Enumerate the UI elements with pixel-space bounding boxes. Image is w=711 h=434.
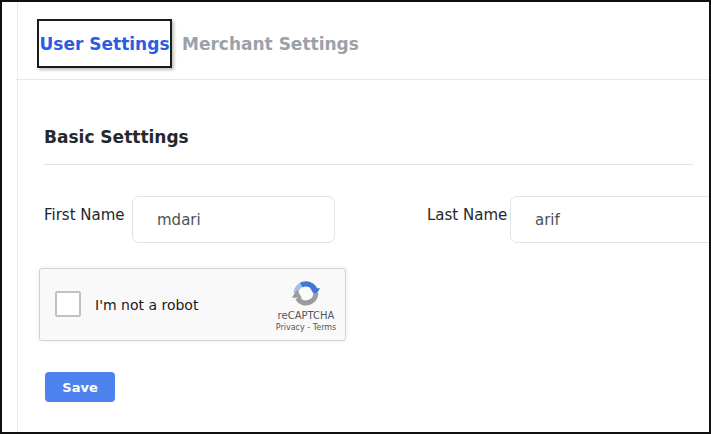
recaptcha-privacy-link[interactable]: Privacy [276, 323, 305, 332]
recaptcha-checkbox-label: I'm not a robot [95, 297, 198, 313]
tab-user-settings-label: User Settings [40, 34, 170, 54]
recaptcha-logo-icon [274, 278, 338, 308]
recaptcha-widget: I'm not a robot reCAPTCHA Privacy - Term… [39, 268, 346, 341]
recaptcha-checkbox[interactable] [55, 291, 81, 317]
window: User Settings Merchant Settings Basic Se… [0, 0, 711, 434]
section-divider [44, 164, 693, 165]
section-title: Basic Setttings [44, 127, 189, 147]
recaptcha-terms-link[interactable]: Terms [313, 323, 337, 332]
recaptcha-brand-text: reCAPTCHA [274, 310, 338, 321]
tab-user-settings[interactable]: User Settings [37, 19, 172, 68]
save-button[interactable]: Save [45, 372, 115, 402]
first-name-input[interactable] [132, 196, 335, 243]
tab-merchant-settings-label: Merchant Settings [182, 34, 359, 54]
last-name-input[interactable] [510, 196, 711, 243]
tab-merchant-settings[interactable]: Merchant Settings [182, 19, 359, 68]
first-name-label: First Name [44, 206, 125, 224]
recaptcha-links: Privacy - Terms [274, 323, 338, 332]
last-name-label: Last Name [427, 206, 507, 224]
recaptcha-links-separator: - [307, 323, 310, 332]
content-left-border [17, 2, 18, 432]
tabbar-divider [16, 79, 709, 80]
